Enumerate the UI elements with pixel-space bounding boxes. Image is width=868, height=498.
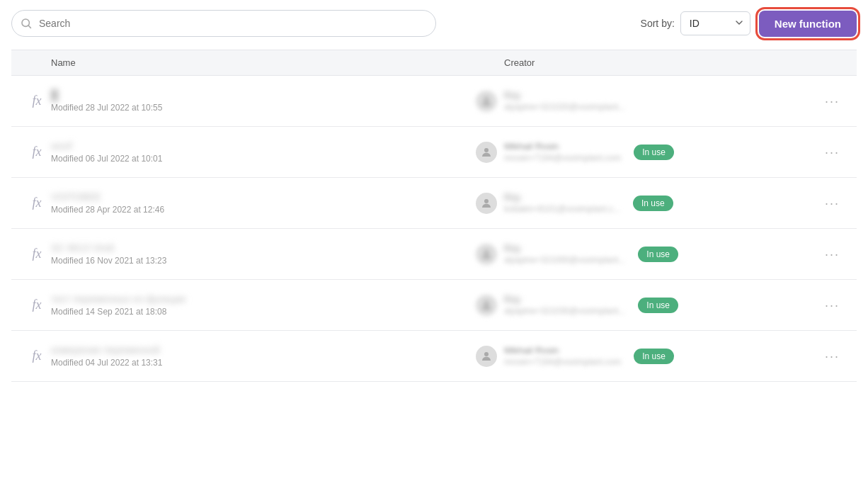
page-wrapper: Sort by: ID Name Modified Creator New fu… [0, 0, 868, 498]
more-actions-button[interactable]: ··· [819, 143, 845, 162]
function-name-col: SC 6613 Vindi Modified 16 Nov 2021 at 13… [51, 242, 476, 266]
column-header-name: Name [51, 57, 504, 68]
function-name: тест переменных из функции [51, 293, 476, 305]
row-actions-col: ··· [817, 347, 845, 366]
table-header: Name Creator [11, 50, 857, 76]
creator-info: Roy alyapine+321020@voximplant... [504, 90, 625, 112]
function-icon-col: fx [23, 349, 51, 363]
function-modified: Modified 06 Jul 2022 at 10:01 [51, 154, 476, 164]
toolbar: Sort by: ID Name Modified Creator New fu… [11, 10, 857, 37]
more-actions-button[interactable]: ··· [819, 92, 845, 111]
creator-name: Mikhail Rosin [504, 345, 621, 356]
creator-email: alyapine+321020@voximplant... [504, 102, 625, 112]
function-name-col: █ Modified 28 Jul 2022 at 10:55 [51, 89, 476, 113]
creator-col: Roy alyapine+321030@voximplant... In use [476, 294, 817, 316]
more-actions-button[interactable]: ··· [819, 347, 845, 366]
creator-email: kobakin+8101@voximplant.c... [504, 204, 620, 214]
sort-select[interactable]: ID Name Modified Creator [680, 11, 750, 35]
function-icon-col: fx [23, 145, 51, 159]
function-icon-col: fx [23, 196, 51, 210]
creator-name: Roy [504, 243, 625, 254]
creator-name: Roy [504, 90, 625, 101]
creator-info: Mikhail Rosin mrosin+7194@voximplant.com [504, 345, 621, 367]
row-actions-col: ··· [817, 92, 845, 111]
creator-col: Roy alyapine+321000@voximplant... In use [476, 243, 817, 265]
more-actions-button[interactable]: ··· [819, 194, 845, 213]
row-actions-col: ··· [817, 296, 845, 315]
function-name: woof [51, 140, 476, 152]
svg-line-1 [28, 26, 31, 28]
sort-select-wrap: ID Name Modified Creator [680, 11, 750, 35]
function-name-col: VOIТОВЕЕ Modified 28 Apr 2022 at 12:46 [51, 191, 476, 215]
svg-point-3 [484, 148, 489, 152]
function-name: SC 6613 Vindi [51, 242, 476, 254]
table-row: fx woof Modified 06 Jul 2022 at 10:01 Mi… [11, 127, 857, 178]
function-modified: Modified 16 Nov 2021 at 13:23 [51, 256, 476, 266]
creator-name: Roy [504, 294, 625, 305]
creator-avatar [476, 244, 497, 265]
in-use-badge: In use [633, 196, 673, 211]
in-use-badge: In use [638, 298, 678, 313]
function-name-col: woof Modified 06 Jul 2022 at 10:01 [51, 140, 476, 164]
creator-avatar [476, 346, 497, 367]
search-icon [21, 18, 32, 29]
creator-info: Roy alyapine+321030@voximplant... [504, 294, 625, 316]
function-name: измерение переменной [51, 344, 476, 356]
creator-name: Mikhail Rosin [504, 141, 621, 152]
creator-col: Roy kobakin+8101@voximplant.c... In use [476, 192, 817, 214]
creator-avatar [476, 193, 497, 214]
creator-avatar [476, 142, 497, 163]
fx-icon: fx [33, 94, 42, 108]
in-use-badge: In use [638, 247, 678, 262]
creator-col: Mikhail Rosin mrosin+7194@voximplant.com… [476, 141, 817, 163]
sort-wrapper: Sort by: ID Name Modified Creator [641, 11, 750, 35]
function-name: VOIТОВЕЕ [51, 191, 476, 203]
table-row: fx измерение переменной Modified 04 Jul … [11, 331, 857, 382]
creator-email: alyapine+321030@voximplant... [504, 306, 625, 316]
function-modified: Modified 14 Sep 2021 at 18:08 [51, 307, 476, 317]
creator-email: mrosin+7194@voximplant.com [504, 357, 621, 367]
row-actions-col: ··· [817, 143, 845, 162]
more-actions-button[interactable]: ··· [819, 296, 845, 315]
function-icon-col: fx [23, 247, 51, 261]
function-modified: Modified 28 Apr 2022 at 12:46 [51, 205, 476, 215]
creator-email: mrosin+7194@voximplant.com [504, 153, 621, 163]
function-name-col: измерение переменной Modified 04 Jul 202… [51, 344, 476, 368]
function-name-col: тест переменных из функции Modified 14 S… [51, 293, 476, 317]
creator-info: Roy kobakin+8101@voximplant.c... [504, 192, 620, 214]
table-row: fx тест переменных из функции Modified 1… [11, 280, 857, 331]
function-modified: Modified 04 Jul 2022 at 13:31 [51, 358, 476, 368]
table-row: fx VOIТОВЕЕ Modified 28 Apr 2022 at 12:4… [11, 178, 857, 229]
svg-point-2 [484, 97, 489, 101]
table-row: fx █ Modified 28 Jul 2022 at 10:55 Roy a… [11, 76, 857, 127]
fx-icon: fx [33, 349, 42, 363]
more-actions-button[interactable]: ··· [819, 245, 845, 264]
creator-info: Mikhail Rosin mrosin+7194@voximplant.com [504, 141, 621, 163]
creator-email: alyapine+321000@voximplant... [504, 255, 625, 265]
table-body: fx █ Modified 28 Jul 2022 at 10:55 Roy a… [11, 76, 857, 382]
in-use-badge: In use [634, 349, 674, 364]
creator-col: Mikhail Rosin mrosin+7194@voximplant.com… [476, 345, 817, 367]
search-input[interactable] [11, 10, 436, 37]
creator-avatar [476, 295, 497, 316]
sort-label: Sort by: [641, 18, 675, 29]
function-name: █ [51, 89, 476, 101]
fx-icon: fx [33, 247, 42, 261]
svg-point-5 [484, 250, 489, 254]
new-function-button[interactable]: New function [759, 11, 857, 37]
function-modified: Modified 28 Jul 2022 at 10:55 [51, 103, 476, 113]
table-row: fx SC 6613 Vindi Modified 16 Nov 2021 at… [11, 229, 857, 280]
fx-icon: fx [33, 145, 42, 159]
search-wrapper [11, 10, 436, 37]
function-icon-col: fx [23, 94, 51, 108]
creator-name: Roy [504, 192, 620, 203]
svg-point-6 [484, 301, 489, 305]
column-header-creator: Creator [504, 57, 845, 68]
row-actions-col: ··· [817, 245, 845, 264]
creator-col: Roy alyapine+321020@voximplant... [476, 90, 817, 112]
fx-icon: fx [33, 196, 42, 210]
function-icon-col: fx [23, 298, 51, 312]
svg-point-7 [484, 352, 489, 356]
creator-info: Roy alyapine+321000@voximplant... [504, 243, 625, 265]
svg-point-4 [484, 199, 489, 203]
